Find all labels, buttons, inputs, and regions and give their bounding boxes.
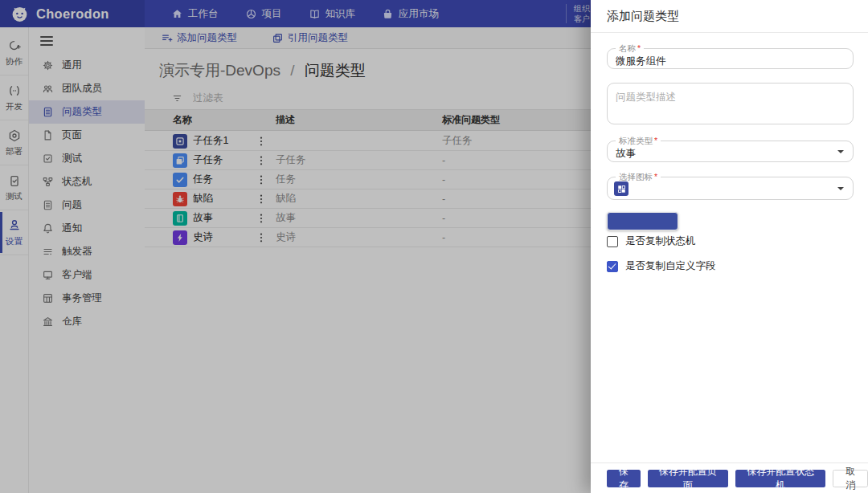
- footer-button[interactable]: 保存: [607, 470, 641, 487]
- required-asterisk: *: [654, 172, 657, 182]
- color-swatch[interactable]: [607, 212, 678, 230]
- chevron-down-icon: [837, 150, 844, 153]
- standard-type-value: 故事: [616, 147, 636, 161]
- footer-button[interactable]: 取消: [833, 470, 868, 487]
- description-field[interactable]: [607, 83, 854, 124]
- name-input[interactable]: [608, 49, 853, 68]
- panel-title: 添加问题类型: [607, 9, 679, 24]
- footer-button[interactable]: 保存并配置页面: [648, 470, 729, 487]
- name-field[interactable]: 名称 *: [607, 48, 854, 69]
- standard-type-label: 标准类型: [619, 136, 653, 146]
- selected-type-icon: [614, 181, 628, 196]
- checkbox[interactable]: [607, 261, 618, 272]
- panel-footer: 保存 保存并配置页面 保存并配置状态机 取消: [591, 462, 868, 493]
- icon-select[interactable]: 选择图标 *: [607, 177, 854, 200]
- footer-button[interactable]: 保存并配置状态机: [735, 470, 825, 487]
- description-textarea[interactable]: [608, 84, 853, 124]
- checkbox-group: 是否复制状态机 是否复制自定义字段: [607, 234, 716, 284]
- panel-divider: [591, 32, 868, 33]
- add-issue-type-panel: 添加问题类型 名称 * 标准类型 * 故事 选择图标 * 是否复制状态机: [591, 0, 868, 493]
- checkbox-row[interactable]: 是否复制状态机: [607, 234, 716, 248]
- checkbox-row[interactable]: 是否复制自定义字段: [607, 259, 716, 273]
- chevron-down-icon: [837, 187, 844, 190]
- standard-type-select[interactable]: 标准类型 * 故事: [607, 141, 854, 162]
- required-asterisk: *: [654, 136, 657, 146]
- checkbox[interactable]: [607, 236, 618, 247]
